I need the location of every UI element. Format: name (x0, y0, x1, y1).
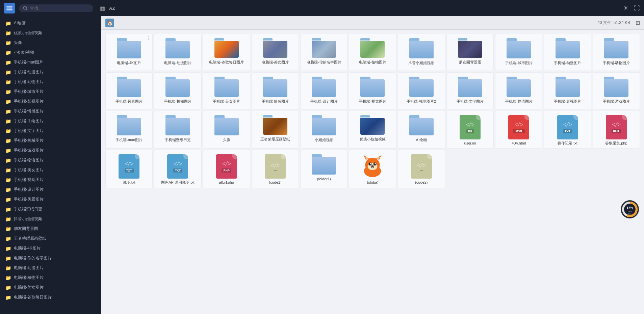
sidebar-item-9[interactable]: 📁手机端-情感图片 (0, 106, 101, 116)
folder-icon: 📁 (5, 236, 11, 241)
file-item[interactable]: </> HTML 404.html (495, 111, 542, 149)
file-name: 朋友圈背景图 (459, 60, 481, 64)
sidebar-item-24[interactable]: 📁电脑端-你的名字图片 (0, 253, 101, 263)
sidebar-item-0[interactable]: 📁AI绘画 (0, 18, 101, 28)
sidebar-item-16[interactable]: 📁手机端-视觉图片 (0, 175, 101, 185)
file-item[interactable]: 手机端-视觉图片2 (398, 72, 445, 109)
file-item[interactable]: </> TXT 图库API调用说明.txt (154, 150, 201, 188)
file-item[interactable]: </> PHP allurl.php (203, 150, 250, 188)
file-item[interactable]: 手机端-设计图片 (300, 72, 347, 109)
sidebar-item-14[interactable]: 📁手机端-物语图片 (0, 155, 101, 165)
sidebar-item-3[interactable]: 📁小姐姐视频 (0, 48, 101, 57)
file-item[interactable]: 抖音小姐姐视频 (398, 34, 445, 71)
file-item[interactable]: </> TXT 说明.txt (105, 150, 153, 188)
search-box (19, 4, 93, 12)
file-item[interactable]: 电脑端-动漫图片 (154, 34, 201, 71)
folder-icon (409, 38, 434, 58)
sidebar-item-20[interactable]: 📁抖音小姐姐视频 (0, 214, 101, 224)
file-item[interactable]: 电脑端-谷歌每日图片 (203, 34, 250, 71)
sidebar-item-22[interactable]: 📁王者荣耀原画壁纸 (0, 234, 101, 243)
topbar: ▦ AZ ☀ ⛶ (0, 0, 644, 16)
sidebar-item-18[interactable]: 📁手机端-风景图片 (0, 194, 101, 204)
file-name: 手机端-动漫图片 (554, 60, 581, 65)
file-name: 手机端-城市图片 (505, 60, 533, 65)
file-item[interactable]: </> TXT 操作记录.txt (544, 111, 591, 149)
folder-thumb-img (360, 38, 385, 58)
file-item[interactable]: </> (code1) (252, 150, 299, 188)
file-item[interactable]: 小姐姐视频 (300, 111, 347, 149)
file-item[interactable]: 手机端-美女图片 (203, 72, 250, 109)
folder-icon: 📁 (5, 226, 11, 232)
file-item[interactable]: 手机端-情感图片 (252, 72, 299, 109)
file-item[interactable]: </> INI user.ini (446, 111, 494, 149)
file-item[interactable]: AI绘画 (398, 111, 445, 149)
sidebar-item-5[interactable]: 📁手机端-动漫图片 (0, 67, 101, 77)
sidebar-item-13[interactable]: 📁手机端-游戏图片 (0, 146, 101, 155)
file-item[interactable]: 手机端-物语图片 (495, 72, 542, 109)
sidebar-item-10[interactable]: 📁手机端-手绘图片 (0, 116, 101, 126)
file-item[interactable]: 朋友圈背景图 (446, 34, 494, 71)
file-item[interactable]: (shiba) (349, 150, 396, 188)
file-name: 手机端-机械图片 (164, 99, 191, 104)
sidebar-item-26[interactable]: 📁电脑端-植物图片 (0, 273, 101, 283)
sidebar-item-11[interactable]: 📁手机端-文字图片 (0, 126, 101, 136)
more-button[interactable]: ⋮ (146, 35, 151, 41)
file-item[interactable]: 王者荣耀原画壁纸 (252, 111, 299, 149)
folder-icon (117, 115, 141, 135)
file-item[interactable]: 优质小姐姐视频 (349, 111, 396, 149)
search-input[interactable] (30, 6, 84, 11)
file-item[interactable]: 电脑端-你的名字图片 (300, 34, 347, 71)
folder-icon: 📁 (5, 70, 11, 75)
sidebar-item-4[interactable]: 📁手机端-man图片 (0, 57, 101, 67)
file-item[interactable]: 手机端-man图片 (105, 111, 153, 149)
file-name: (code1) (269, 180, 281, 185)
sidebar-item-27[interactable]: 📁电脑端-美女图片 (0, 283, 101, 292)
file-item[interactable]: 电脑端-植物图片 (349, 34, 396, 71)
sidebar-item-6[interactable]: 📁手机端-动物图片 (0, 77, 101, 87)
sidebar-item-1[interactable]: 📁优质小姐姐视频 (0, 28, 101, 38)
home-button[interactable]: 🏠 (105, 19, 114, 27)
sidebar-item-8[interactable]: 📁手机端-影视图片 (0, 97, 101, 106)
file-item[interactable]: 手机端-风景图片 (105, 72, 153, 109)
file-name: 手机端-视觉图片 (359, 99, 386, 104)
sidebar-item-19[interactable]: 📁手机端壁纸日更 (0, 204, 101, 214)
file-item[interactable]: 手机端-影视图片 (544, 72, 591, 109)
file-item[interactable]: </> PHP 谷歌采集.php (593, 111, 640, 149)
file-item[interactable]: 手机端壁纸日更 (154, 111, 201, 149)
folder-icon: 📁 (5, 99, 11, 104)
settings-icon[interactable]: ☀ (623, 4, 628, 12)
folder-icon (556, 38, 580, 58)
fullscreen-icon[interactable]: ⛶ (634, 5, 640, 12)
sort-az-icon[interactable]: AZ (109, 6, 115, 11)
file-item[interactable]: (folder1) (300, 150, 347, 188)
layout-toggle[interactable]: ⊞ (636, 20, 640, 26)
folder-thumb-img (214, 38, 239, 58)
svg-text:0K/s: 0K/s (628, 213, 632, 215)
grid-view-icon[interactable]: ▦ (100, 5, 105, 11)
sidebar-item-2[interactable]: 📁头像 (0, 38, 101, 48)
sidebar-item-17[interactable]: 📁手机端-设计图片 (0, 185, 101, 194)
sidebar-item-25[interactable]: 📁电脑端-动漫图片 (0, 263, 101, 273)
menu-button[interactable] (4, 3, 15, 14)
file-item[interactable]: 手机端-文字图片 (446, 72, 494, 109)
file-item[interactable]: 手机端-机械图片 (154, 72, 201, 109)
file-item[interactable]: 手机端-动物图片 (593, 34, 640, 71)
sidebar-item-15[interactable]: 📁手机端-美女图片 (0, 165, 101, 175)
file-item[interactable]: 头像 (203, 111, 250, 149)
sidebar-item-21[interactable]: 📁朋友圈背景图 (0, 224, 101, 234)
folder-icon (458, 77, 482, 97)
file-icon: </> TXT (119, 154, 139, 179)
file-item[interactable]: ⋮ 电脑端-4K图片 (105, 34, 153, 71)
sidebar-item-12[interactable]: 📁手机端-机械图片 (0, 136, 101, 146)
file-icon: </> PHP (216, 154, 237, 179)
sidebar-item-28[interactable]: 📁电脑端-谷歌每日图片 (0, 292, 101, 302)
file-item[interactable]: 手机端-动漫图片 (544, 34, 591, 71)
file-item[interactable]: 手机端-游戏图片 (593, 72, 640, 109)
file-item[interactable]: 电脑端-美女图片 (252, 34, 299, 71)
file-item[interactable]: </> (code2) (398, 150, 445, 188)
file-count: 40 文件 51.34 KB (597, 20, 630, 26)
file-item[interactable]: 手机端-城市图片 (495, 34, 542, 71)
sidebar-item-23[interactable]: 📁电脑端-4K图片 (0, 243, 101, 253)
sidebar-item-7[interactable]: 📁手机端-城市图片 (0, 87, 101, 97)
file-item[interactable]: 手机端-视觉图片 (349, 72, 396, 109)
